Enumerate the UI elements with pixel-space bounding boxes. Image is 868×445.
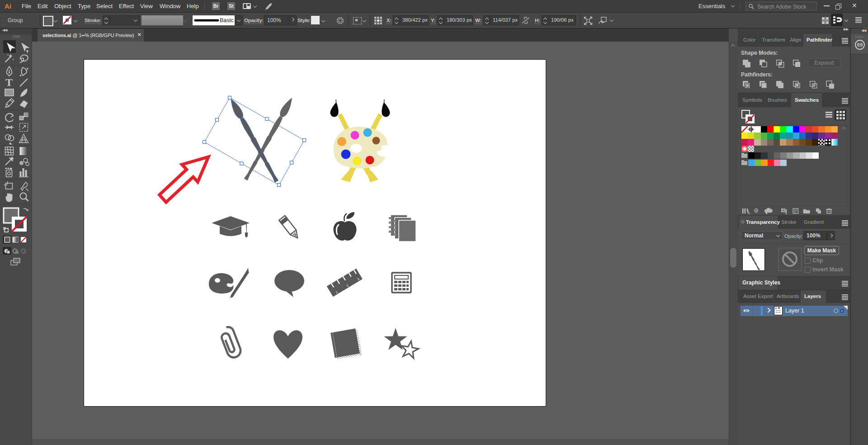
svg-text:T: T <box>5 76 13 88</box>
